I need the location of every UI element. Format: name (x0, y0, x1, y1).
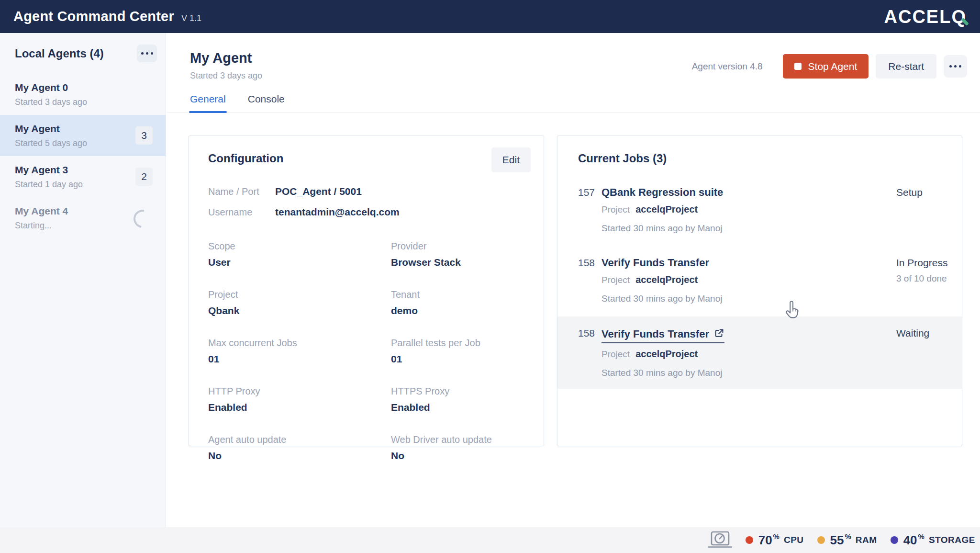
agent-detail-header: My Agent Started 3 days ago Agent versio… (167, 33, 980, 81)
job-started-info: Started 30 mins ago by Manoj (601, 223, 896, 234)
top-bar: Agent Command Center V 1.1 ACCELQ (0, 0, 980, 33)
job-status: In Progress (896, 257, 962, 269)
job-row-157[interactable]: 157 QBank Regression suite Projectaccelq… (557, 176, 962, 244)
job-project: ProjectaccelqProject (601, 349, 896, 360)
cpu-stat: 70 % CPU (746, 534, 804, 546)
config-field-https-proxy: HTTPS Proxy Enabled (391, 386, 524, 413)
config-field-max-concurrent-jobs: Max concurrent Jobs 01 (208, 338, 391, 365)
logo-q: Q (951, 8, 967, 26)
job-status: Waiting (896, 327, 962, 339)
app-title: Agent Command Center (13, 9, 174, 24)
job-id: 157 (578, 186, 601, 234)
system-status-bar: 70 % CPU 55 % RAM 40 % STORAGE (0, 527, 980, 553)
sidebar-item-my-agent-4[interactable]: My Agent 4 Starting... (0, 197, 166, 238)
config-field-provider: Provider Browser Stack (391, 241, 524, 268)
restart-button[interactable]: Re-start (876, 54, 936, 79)
logo-text: ACCEL (884, 8, 952, 26)
sidebar-item-my-agent-0[interactable]: My Agent 0 Started 3 days ago (0, 74, 166, 115)
accelq-logo: ACCELQ (884, 8, 967, 26)
job-title: QBank Regression suite (601, 186, 723, 199)
job-progress: 3 of 10 done (896, 273, 962, 284)
sidebar-menu-button[interactable] (137, 45, 157, 62)
storage-stat: 40 % STORAGE (891, 534, 975, 546)
job-row-158-in-progress[interactable]: 158 Verify Funds Transfer ProjectaccelqP… (557, 246, 962, 315)
agent-subtitle: Started 5 days ago (15, 138, 153, 148)
job-id: 158 (578, 257, 601, 304)
agent-subtitle: Started 1 day ago (15, 180, 153, 190)
tab-console[interactable]: Console (248, 93, 285, 112)
config-field-webdriver-auto-update: Web Driver auto update No (391, 434, 524, 462)
current-jobs-title: Current Jobs (3) (557, 152, 962, 165)
app-version: V 1.1 (181, 13, 201, 23)
agent-subtitle: Started 3 days ago (15, 97, 153, 107)
config-field-parallel-tests: Parallel tests per Job 01 (391, 338, 524, 365)
stop-agent-button[interactable]: Stop Agent (783, 54, 869, 79)
ram-status-dot (817, 536, 825, 544)
config-field-tenant: Tenant demo (391, 289, 524, 316)
sidebar-title: Local Agents (4) (15, 47, 104, 60)
job-title-link[interactable]: Verify Funds Transfer (601, 327, 724, 343)
agent-detail-titles: My Agent Started 3 days ago (190, 50, 262, 81)
agent-command-center-app: Agent Command Center V 1.1 ACCELQ Local … (0, 0, 980, 553)
system-monitor-icon (707, 530, 733, 550)
job-started-info: Started 30 mins ago by Manoj (601, 293, 896, 304)
config-field-agent-auto-update: Agent auto update No (208, 434, 391, 462)
ram-stat: 55 % RAM (817, 534, 877, 546)
job-project: ProjectaccelqProject (601, 204, 896, 215)
current-jobs-card: Current Jobs (3) 157 QBank Regression su… (557, 135, 962, 446)
field-label: Username (208, 207, 275, 218)
external-link-icon (714, 328, 724, 339)
field-value: tenantadmin@accelq.com (275, 206, 400, 218)
tab-bar: General Console (167, 93, 980, 113)
job-title: Verify Funds Transfer (601, 257, 709, 269)
job-count-badge: 3 (135, 126, 153, 145)
agent-version-label: Agent version 4.8 (692, 61, 763, 72)
config-field-project: Project Qbank (208, 289, 391, 316)
page-subtitle: Started 3 days ago (190, 71, 262, 81)
page-title: My Agent (190, 50, 262, 66)
job-project: ProjectaccelqProject (601, 274, 896, 285)
configuration-title: Configuration (208, 152, 524, 165)
header-actions: Agent version 4.8 Stop Agent Re-start (692, 54, 967, 79)
agent-more-actions-button[interactable] (944, 55, 967, 78)
field-label: Name / Port (208, 186, 275, 197)
agent-name: My Agent (15, 123, 153, 135)
job-id: 158 (578, 327, 601, 378)
job-count-badge: 2 (135, 168, 153, 186)
sidebar-item-my-agent[interactable]: My Agent Started 5 days ago 3 (0, 115, 166, 156)
storage-status-dot (891, 536, 898, 544)
sidebar-item-my-agent-3[interactable]: My Agent 3 Started 1 day ago 2 (0, 156, 166, 197)
agent-subtitle: Starting... (15, 221, 153, 231)
config-grid: Scope User Provider Browser Stack Projec… (208, 241, 524, 462)
content-area: Configuration Edit Name / Port POC_Agent… (167, 113, 980, 446)
job-status: Setup (896, 187, 962, 198)
config-field-scope: Scope User (208, 241, 391, 268)
main-panel: My Agent Started 3 days ago Agent versio… (167, 33, 980, 527)
cpu-status-dot (746, 536, 753, 544)
job-row-158-waiting[interactable]: 158 Verify Funds Transfer ProjectaccelqP… (557, 316, 962, 389)
agent-name: My Agent 0 (15, 82, 153, 93)
sidebar-header: Local Agents (4) (0, 33, 166, 74)
agent-name: My Agent 4 (15, 205, 153, 217)
field-value: POC_Agent / 5001 (275, 186, 362, 197)
edit-configuration-button[interactable]: Edit (491, 147, 531, 172)
local-agents-sidebar: Local Agents (4) My Agent 0 Started 3 da… (0, 33, 166, 527)
stop-icon (794, 63, 802, 70)
configuration-card: Configuration Edit Name / Port POC_Agent… (189, 135, 544, 446)
job-started-info: Started 30 mins ago by Manoj (601, 368, 896, 378)
config-field-http-proxy: HTTP Proxy Enabled (208, 386, 391, 413)
ellipsis-icon (949, 65, 952, 68)
ellipsis-icon (141, 52, 144, 55)
tab-general[interactable]: General (190, 93, 226, 112)
agent-name: My Agent 3 (15, 164, 153, 176)
config-row-username: Username tenantadmin@accelq.com (208, 206, 524, 218)
config-row-name-port: Name / Port POC_Agent / 5001 (208, 186, 524, 197)
